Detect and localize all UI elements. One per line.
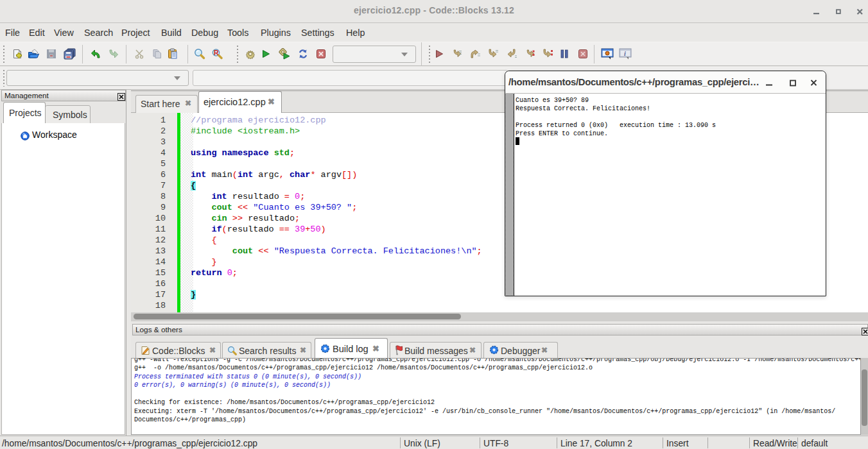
- svg-text:R: R: [214, 49, 219, 56]
- svg-text:i: i: [624, 50, 626, 57]
